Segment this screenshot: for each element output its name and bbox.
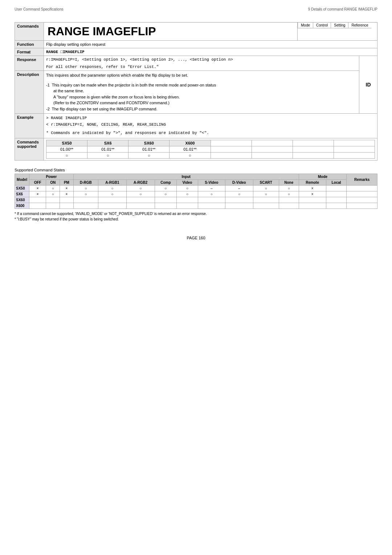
commands-supported-label: Commands supported [15, 138, 44, 160]
example-label: Example [15, 114, 44, 138]
sx50-remarks [347, 185, 377, 191]
sx50-row: SX50 × ○ × ○ ○ ○ ○ ○ – – ○ ○ × [15, 185, 377, 191]
header-right: 9 Details of command RANGE IMAGEFLIP [308, 7, 377, 11]
mode-header: Mode [298, 23, 313, 28]
sx6-header: SX6 [87, 140, 128, 146]
sx6-svideo: ○ [198, 191, 225, 197]
sx60-header: SX60 [128, 140, 170, 146]
sx50-dvideo: – [225, 185, 253, 191]
format-label: Format [15, 48, 44, 56]
commands-supported-row: Commands supported SX50 SX6 SX60 X600 01… [15, 138, 377, 160]
response-row: Response r:IMAGEFLIP=I, <Setting option … [15, 56, 377, 71]
sx60-model: SX60 [15, 197, 29, 203]
comp-header: Comp [155, 179, 177, 185]
format-text: RANGE □IMAGEFLIP [44, 48, 377, 56]
sx6-model: SX6 [15, 191, 29, 197]
header-left: User Command Specifications [15, 7, 64, 11]
sx50-model: SX50 [15, 185, 29, 191]
reference-header: Reference [348, 23, 371, 28]
state-header-row1: Model Power Input Mode Remarks [15, 174, 377, 179]
description-row: Description This inquires about the para… [15, 71, 377, 114]
command-table: Commands RANGE IMAGEFLIP Mode Control Se… [15, 22, 377, 161]
sx6-remote: × [299, 191, 326, 197]
sx50-drgb: ○ [73, 185, 98, 191]
sx6-dvideo: ○ [225, 191, 253, 197]
description-notes: -1 This inquiry can be made when the pro… [46, 82, 357, 112]
setting-header: Setting [331, 23, 348, 28]
off-header: OFF [29, 179, 46, 185]
none-header: None [279, 179, 299, 185]
example-row: Example > RANGE IMAGEFLIP < r:IMAGEFLIP=… [15, 114, 377, 138]
sx50-off: × [29, 185, 46, 191]
drgb-header: D-RGB [73, 179, 98, 185]
dvideo-header: D-Video [225, 179, 253, 185]
sx6-pm: × [60, 191, 74, 197]
sx6-remarks [347, 191, 377, 197]
sx50-video: ○ [177, 185, 198, 191]
function-row: Function Flip display setting option req… [15, 41, 377, 48]
example-content: > RANGE IMAGEFLIP < r:IMAGEFLIP=I, NONE,… [44, 114, 377, 138]
page-number: PAGE 160 [15, 236, 377, 240]
power-col-header: Power [29, 174, 74, 179]
remarks-col-header: Remarks [347, 174, 377, 185]
sx50-scart: ○ [253, 185, 279, 191]
x600-header: X600 [170, 140, 211, 146]
on-header: ON [46, 179, 60, 185]
footnote1: * If a command cannot be supported, 'INV… [15, 212, 377, 216]
format-row: Format RANGE □IMAGEFLIP [15, 48, 377, 56]
mode-col-header: Mode [299, 174, 347, 179]
sx6-argb2: ○ [126, 191, 155, 197]
description-main: This inquires about the parameter option… [46, 72, 357, 78]
id-cell: ID [359, 56, 377, 114]
function-label: Function [15, 41, 44, 48]
local-header: Local [326, 179, 347, 185]
description-label: Description [15, 71, 44, 114]
sx50-comp: ○ [155, 185, 177, 191]
supported-table: SX50 SX6 SX60 X600 01.00** 01.01** 01.01… [46, 140, 375, 159]
argb1-header: A-RGB1 [98, 179, 127, 185]
sx6-video: ○ [177, 191, 198, 197]
response-label: Response [15, 56, 44, 71]
model-header-row: SX50 SX6 SX60 X600 [46, 140, 375, 146]
sx50-none: ○ [279, 185, 299, 191]
footnote2: * "i:BUSY" may be returned if the power … [15, 217, 377, 221]
pm-header: PM [60, 179, 74, 185]
sx60-row: SX60 [15, 197, 377, 203]
response-line2: For all other responses, refer to "Error… [46, 65, 357, 69]
sx6-comp: ○ [155, 191, 177, 197]
sx50-remote: × [299, 185, 326, 191]
version-row: 01.00** 01.01** 01.01** 01.01** [46, 146, 375, 152]
response-content: r:IMAGEFLIP=I, <Setting option 1>, <Sett… [44, 56, 359, 71]
sx6-argb1: ○ [98, 191, 127, 197]
sx50-argb1: ○ [98, 185, 127, 191]
x600-model: X600 [15, 203, 29, 208]
response-line1: r:IMAGEFLIP=I, <Setting option 1>, <Sett… [46, 57, 357, 62]
sx6-row: SX6 × ○ × ○ ○ ○ ○ ○ ○ ○ ○ ○ × [15, 191, 377, 197]
video-header: Video [177, 179, 198, 185]
sx50-header: SX50 [46, 140, 87, 146]
sx50-argb2: ○ [126, 185, 155, 191]
sx6-none: ○ [279, 191, 299, 197]
sx6-local [326, 191, 347, 197]
control-header: Control [313, 23, 331, 28]
x600-row: X600 [15, 203, 377, 208]
argb2-header: A-RGB2 [126, 179, 155, 185]
sx6-off: × [29, 191, 46, 197]
function-text: Flip display setting option request [44, 41, 377, 48]
sx50-on: ○ [46, 185, 60, 191]
sx6-scart: ○ [253, 191, 279, 197]
description-content: This inquires about the parameter option… [44, 71, 359, 114]
commands-supported-content: SX50 SX6 SX60 X600 01.00** 01.01** 01.01… [44, 138, 377, 160]
svideo-header: S-Video [198, 179, 225, 185]
commands-label: Commands [15, 23, 44, 41]
section-label: Supported Command States [15, 168, 377, 172]
sx6-drgb: ○ [73, 191, 98, 197]
command-title: RANGE IMAGEFLIP [44, 23, 297, 40]
sx50-local [326, 185, 347, 191]
input-col-header: Input [73, 174, 299, 179]
sx50-svideo: – [198, 185, 225, 191]
state-table: Model Power Input Mode Remarks OFF ON PM… [15, 174, 377, 209]
remote-header: Remote [299, 179, 326, 185]
sx50-pm: × [60, 185, 74, 191]
model-col-header: Model [15, 174, 29, 185]
